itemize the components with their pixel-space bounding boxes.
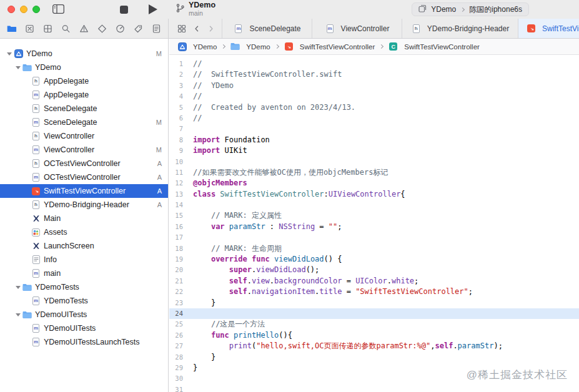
test-navigator-button[interactable]: [97, 23, 107, 34]
sidebar-item-YDemoUITests[interactable]: mYDemoUITests: [0, 321, 168, 335]
code-line[interactable]: 6//: [169, 113, 579, 124]
sidebar-item-YDemo-Bridging-Header[interactable]: hYDemo-Bridging-HeaderA: [0, 198, 168, 212]
line-number[interactable]: 30: [169, 373, 193, 384]
run-button[interactable]: [149, 4, 157, 14]
find-navigator-button[interactable]: [61, 23, 71, 34]
code-line[interactable]: 19 override func viewDidLoad() {: [169, 254, 579, 265]
sidebar-item-SwiftTestViewController[interactable]: SwiftTestViewControllerA: [0, 184, 168, 198]
line-number[interactable]: 1: [169, 59, 193, 69]
zoom-window-button[interactable]: [32, 6, 40, 13]
line-number[interactable]: 17: [169, 232, 193, 243]
code-line[interactable]: 11//如果需要改文件能够被OC使用，使用objcMembers标记: [169, 167, 579, 178]
tab-YDemo-Bridging-Header[interactable]: hYDemo-Bridging-Header: [402, 19, 518, 38]
line-number[interactable]: 7: [169, 124, 193, 134]
breakpoint-navigator-button[interactable]: [133, 23, 144, 34]
code-line[interactable]: 21 self.view.backgroundColor = UIColor.w…: [169, 276, 579, 287]
report-navigator-button[interactable]: [151, 23, 162, 34]
breadcrumb-item-YDemo[interactable]: YDemo: [230, 42, 270, 52]
breadcrumb-item-SwiftTestViewController[interactable]: CSwiftTestViewController: [388, 42, 480, 52]
disclosure-triangle[interactable]: [14, 313, 22, 316]
breadcrumb-item-SwiftTestViewController[interactable]: SwiftTestViewController: [284, 42, 375, 52]
line-number[interactable]: 9: [169, 145, 193, 156]
line-number[interactable]: 10: [169, 157, 193, 167]
line-number[interactable]: 27: [169, 341, 193, 351]
code-line[interactable]: 9import UIKit: [169, 145, 579, 156]
code-line[interactable]: 26 func printHello(){: [169, 330, 579, 341]
debug-navigator-button[interactable]: [115, 23, 126, 34]
sidebar-item-SceneDelegate[interactable]: hSceneDelegate: [0, 102, 168, 115]
code-line[interactable]: 5// Created by aventon on 2023/4/13.: [169, 102, 579, 113]
line-number[interactable]: 25: [169, 319, 193, 330]
code-line[interactable]: 4//: [169, 91, 579, 102]
code-line[interactable]: 24: [169, 308, 579, 319]
sidebar-item-YDemoUITestsLaunchTests[interactable]: mYDemoUITestsLaunchTests: [0, 335, 168, 349]
line-number[interactable]: 31: [169, 385, 193, 392]
code-line[interactable]: 2// SwiftTestViewController.swift: [169, 69, 579, 80]
line-number[interactable]: 14: [169, 200, 193, 210]
code-line[interactable]: 31: [169, 385, 579, 392]
sidebar-item-SceneDelegate[interactable]: mSceneDelegateM: [0, 115, 168, 129]
code-line[interactable]: 25 //这是一个方法: [169, 319, 579, 330]
code-line[interactable]: 23 }: [169, 298, 579, 308]
line-number[interactable]: 26: [169, 330, 193, 341]
project-navigator-button[interactable]: [6, 23, 17, 34]
tab-SceneDelegate[interactable]: mSceneDelegate: [222, 19, 312, 38]
code-line[interactable]: 8import Foundation: [169, 135, 579, 145]
code-line[interactable]: 10: [169, 157, 579, 167]
code-line[interactable]: 17: [169, 232, 579, 243]
minimize-window-button[interactable]: [20, 6, 27, 13]
line-number[interactable]: 12: [169, 178, 193, 189]
sidebar-item-Main[interactable]: Main: [0, 212, 168, 225]
symbol-navigator-button[interactable]: [42, 23, 53, 34]
code-line[interactable]: 20 super.viewDidLoad();: [169, 265, 579, 275]
sidebar-item-YDemoTests[interactable]: YDemoTests: [0, 280, 168, 294]
line-number[interactable]: 22: [169, 287, 193, 297]
sidebar-item-AppDelegate[interactable]: hAppDelegate: [0, 74, 168, 88]
line-number[interactable]: 8: [169, 135, 193, 145]
sidebar-item-YDemoUITests[interactable]: YDemoUITests: [0, 308, 168, 321]
sidebar-item-YDemoTests[interactable]: mYDemoTests: [0, 294, 168, 308]
line-number[interactable]: 16: [169, 222, 193, 232]
code-line[interactable]: 1//: [169, 59, 579, 69]
line-number[interactable]: 11: [169, 167, 193, 178]
tab-SwiftTestViewController[interactable]: SwiftTestViewController: [518, 19, 579, 38]
back-button[interactable]: [192, 24, 201, 34]
issue-navigator-button[interactable]: [79, 23, 89, 34]
sidebar-item-Assets[interactable]: Assets: [0, 225, 168, 239]
close-window-button[interactable]: [7, 6, 15, 13]
line-number[interactable]: 2: [169, 69, 193, 80]
line-number[interactable]: 4: [169, 91, 193, 102]
line-number[interactable]: 18: [169, 243, 193, 254]
code-line[interactable]: 3// YDemo: [169, 81, 579, 91]
run-destination-selector[interactable]: YDemo 陈国的iphone6s: [412, 2, 529, 16]
forward-button[interactable]: [207, 24, 215, 34]
code-line[interactable]: 13class SwiftTestViewController:UIViewCo…: [169, 189, 579, 200]
sidebar-item-ViewController[interactable]: hViewController: [0, 129, 168, 143]
line-number[interactable]: 6: [169, 113, 193, 124]
line-number[interactable]: 19: [169, 254, 193, 265]
sidebar-item-OCTestViewController[interactable]: mOCTestViewControllerA: [0, 170, 168, 184]
source-control-navigator-button[interactable]: [24, 23, 35, 34]
sidebar-item-Info[interactable]: Info: [0, 253, 168, 267]
breadcrumb-item-YDemo[interactable]: YDemo: [177, 42, 217, 52]
code-line[interactable]: 15 // MARK: 定义属性: [169, 210, 579, 221]
code-line[interactable]: 14: [169, 200, 579, 210]
code-line[interactable]: 7: [169, 124, 579, 134]
line-number[interactable]: 29: [169, 363, 193, 373]
sidebar-item-AppDelegate[interactable]: mAppDelegate: [0, 88, 168, 102]
code-line[interactable]: 22 self.navigationItem.title = "SwiftTes…: [169, 287, 579, 297]
disclosure-triangle[interactable]: [14, 286, 22, 289]
code-line[interactable]: 27 print("hello,swift,OC页面传递的参数paramStr:…: [169, 341, 579, 351]
code-editor[interactable]: 1//2// SwiftTestViewController.swift3// …: [169, 55, 579, 392]
sidebar-item-YDemo[interactable]: YDemoM: [0, 47, 168, 61]
sidebar-item-main[interactable]: mmain: [0, 267, 168, 280]
line-number[interactable]: 15: [169, 210, 193, 221]
code-line[interactable]: 16 var paramStr : NSString = "";: [169, 222, 579, 232]
code-line[interactable]: 12@objcMembers: [169, 178, 579, 189]
line-number[interactable]: 5: [169, 102, 193, 113]
sidebar-item-OCTestViewController[interactable]: hOCTestViewControllerA: [0, 157, 168, 170]
disclosure-triangle[interactable]: [14, 66, 22, 69]
line-number[interactable]: 24: [169, 308, 193, 319]
line-number[interactable]: 3: [169, 81, 193, 91]
sidebar-item-YDemo[interactable]: YDemo: [0, 61, 168, 74]
